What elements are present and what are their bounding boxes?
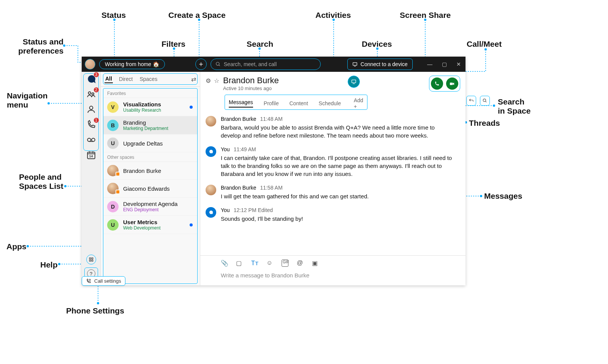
search-icon <box>215 62 221 67</box>
minimize-button[interactable]: — <box>426 61 434 67</box>
gif-icon[interactable]: GIF <box>282 260 288 267</box>
space-item[interactable]: U User Metrics Web Development <box>103 216 197 234</box>
space-title: Branding <box>123 119 168 126</box>
messages-area[interactable]: Brandon Burke11:48 AM Barbara, would you… <box>200 110 466 255</box>
label-messages: Messages <box>484 191 522 201</box>
space-title: Giacomo Edwards <box>123 185 170 192</box>
space-item[interactable]: B Branding Marketing Department <box>103 116 197 135</box>
svg-point-36 <box>216 62 219 65</box>
space-title: Development Agenda <box>123 201 177 207</box>
space-item[interactable]: D Development Agenda ENG Deployment <box>103 198 197 216</box>
tab-content[interactable]: Content <box>290 100 308 106</box>
message-time: 12:12 PM Edited <box>234 207 273 213</box>
tab-add[interactable]: Add + <box>354 97 363 109</box>
close-button[interactable]: ✕ <box>455 61 462 67</box>
composer: 📎 ▢ Tᴛ ☺ GIF @ ▣ Write a message to Bran… <box>200 255 466 285</box>
user-avatar[interactable] <box>85 59 95 70</box>
status-pill[interactable]: Working from home 🏠 <box>99 59 165 69</box>
tab-schedule[interactable]: Schedule <box>319 100 341 106</box>
message[interactable]: You12:12 PM Edited Sounds good, I'll be … <box>206 207 456 223</box>
svg-point-41 <box>92 93 93 95</box>
phone-settings-icon <box>86 279 91 284</box>
message-author: You <box>221 207 230 213</box>
nav-chat[interactable]: 3 <box>86 74 96 84</box>
space-avatar: U <box>107 138 119 149</box>
nav-voicemail[interactable] <box>86 135 96 145</box>
label-phone-settings: Phone Settings <box>66 306 124 315</box>
space-subtitle: Marketing Department <box>123 126 168 131</box>
svg-point-44 <box>92 138 95 142</box>
threads-button[interactable] <box>466 96 476 106</box>
tab-messages[interactable]: Messages <box>229 99 253 108</box>
chat-title: Brandon Burke <box>223 76 279 85</box>
maximize-button[interactable]: ▢ <box>440 61 448 67</box>
contact-card-icon[interactable]: ▣ <box>312 260 319 267</box>
message-avatar <box>206 207 216 218</box>
nav-contacts[interactable] <box>86 104 96 114</box>
svg-point-40 <box>88 92 91 95</box>
label-search-in-space: Search in Space <box>498 97 530 116</box>
settings-gear-icon[interactable]: ⚙ <box>206 77 211 84</box>
search-in-space-button[interactable] <box>480 96 490 106</box>
svg-rect-38 <box>353 63 357 65</box>
tab-profile[interactable]: Profile <box>264 100 279 106</box>
svg-point-29 <box>27 245 29 247</box>
threads-icon <box>469 98 474 103</box>
video-call-button[interactable] <box>446 78 458 90</box>
nav-teams-badge: 2 <box>93 87 99 93</box>
filter-spaces[interactable]: Spaces <box>139 75 158 83</box>
call-settings-button[interactable]: Call settings <box>82 276 125 286</box>
composer-input[interactable]: Write a message to Brandon Burke <box>206 269 460 282</box>
attach-icon[interactable]: 📎 <box>221 260 228 267</box>
screen-share-button[interactable] <box>348 76 360 88</box>
video-icon <box>449 81 455 87</box>
device-text: Connect to a device <box>361 61 408 67</box>
filter-all[interactable]: All <box>104 75 113 83</box>
screenshot-icon[interactable]: ▢ <box>236 260 243 267</box>
nav-rail: 3 2 1 14 <box>82 72 101 285</box>
message[interactable]: Brandon Burke11:58 AM I will get the tea… <box>206 185 456 200</box>
window-controls: — ▢ ✕ <box>426 61 462 67</box>
message-text: I will get the team gathered for this an… <box>221 192 456 200</box>
message-avatar <box>206 185 216 195</box>
space-item[interactable]: Brandon Burke <box>103 162 197 180</box>
nav-apps[interactable] <box>86 255 96 264</box>
chat-subtitle: Active 10 minutes ago <box>223 85 279 91</box>
app-window: Working from home 🏠 Search, meet, and ca… <box>82 57 466 285</box>
emoji-icon[interactable]: ☺ <box>266 260 273 267</box>
filter-direct[interactable]: Direct <box>118 75 134 83</box>
connect-device-button[interactable]: Connect to a device <box>347 59 413 70</box>
space-item[interactable]: U Upgrade Deltas <box>103 135 197 152</box>
message-text: I can certaintly take care of that, Bran… <box>221 154 456 178</box>
filter-settings-icon[interactable]: ⇄ <box>191 76 196 83</box>
space-avatar: D <box>107 201 119 212</box>
svg-point-19 <box>493 104 495 107</box>
space-item[interactable]: Giacomo Edwards <box>103 180 197 198</box>
space-subtitle: ENG Deployment <box>123 207 177 212</box>
message-author: You <box>221 146 230 152</box>
audio-call-button[interactable] <box>431 78 443 90</box>
nav-chat-badge: 3 <box>93 72 99 78</box>
create-space-button[interactable] <box>195 59 207 70</box>
label-activities: Activities <box>315 11 351 20</box>
mention-icon[interactable]: @ <box>297 260 304 267</box>
label-apps: Apps <box>6 242 27 251</box>
space-item[interactable]: V Visualizations Usability Research <box>103 98 197 116</box>
status-text: Working from home 🏠 <box>105 61 159 67</box>
nav-teams[interactable]: 2 <box>86 89 96 99</box>
space-title: Visualizations <box>123 101 161 108</box>
message-avatar <box>206 116 216 127</box>
favorite-star-icon[interactable]: ☆ <box>214 77 219 84</box>
svg-rect-56 <box>450 82 453 85</box>
message[interactable]: Brandon Burke11:48 AM Barbara, would you… <box>206 116 456 139</box>
format-icon[interactable]: Tᴛ <box>251 260 258 267</box>
search-input[interactable]: Search, meet, and call <box>211 59 321 70</box>
nav-calls[interactable]: 1 <box>86 120 96 130</box>
apps-icon <box>89 257 94 262</box>
label-status: Status <box>101 11 126 20</box>
presence-indicator <box>116 172 120 176</box>
message-time: 11:58 AM <box>260 185 282 191</box>
search-icon <box>482 98 488 103</box>
nav-calendar[interactable]: 14 <box>86 150 96 160</box>
message[interactable]: You11:49 AM I can certaintly take care o… <box>206 146 456 178</box>
